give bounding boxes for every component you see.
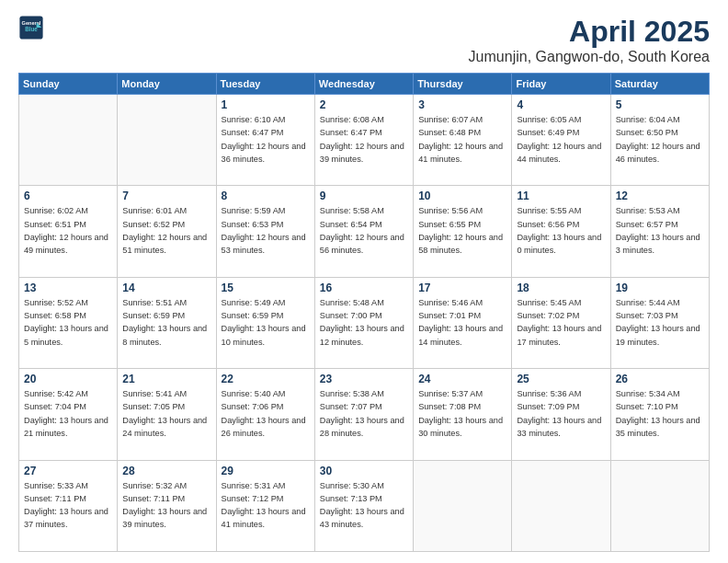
day-number: 13 — [24, 282, 112, 294]
day-info: Sunrise: 5:31 AMSunset: 7:12 PMDaylight:… — [222, 479, 310, 532]
calendar-day-cell — [19, 95, 118, 186]
day-info: Sunrise: 5:32 AMSunset: 7:11 PMDaylight:… — [122, 479, 210, 532]
calendar-day-cell: 20Sunrise: 5:42 AMSunset: 7:04 PMDayligh… — [19, 369, 118, 460]
day-info: Sunrise: 6:01 AMSunset: 6:52 PMDaylight:… — [122, 204, 210, 257]
day-number: 29 — [222, 465, 310, 477]
day-info: Sunrise: 5:42 AMSunset: 7:04 PMDaylight:… — [24, 387, 112, 440]
day-number: 10 — [418, 190, 506, 202]
logo-icon: General Blue — [18, 15, 44, 40]
day-info: Sunrise: 5:36 AMSunset: 7:09 PMDaylight:… — [517, 387, 605, 440]
calendar-day-cell: 9Sunrise: 5:58 AMSunset: 6:54 PMDaylight… — [314, 186, 413, 277]
calendar-day-cell — [414, 460, 512, 551]
weekday-header: Friday — [512, 74, 610, 95]
calendar-week-row: 13Sunrise: 5:52 AMSunset: 6:58 PMDayligh… — [19, 277, 710, 368]
day-number: 22 — [222, 373, 310, 385]
logo: General Blue — [18, 15, 44, 40]
day-number: 24 — [418, 373, 506, 385]
weekday-header: Monday — [118, 74, 216, 95]
day-number: 20 — [24, 373, 112, 385]
day-info: Sunrise: 5:52 AMSunset: 6:58 PMDaylight:… — [24, 296, 112, 349]
calendar-day-cell: 24Sunrise: 5:37 AMSunset: 7:08 PMDayligh… — [414, 369, 512, 460]
day-info: Sunrise: 5:51 AMSunset: 6:59 PMDaylight:… — [122, 296, 210, 349]
day-number: 1 — [222, 98, 310, 111]
calendar-table: SundayMondayTuesdayWednesdayThursdayFrid… — [18, 73, 710, 552]
day-number: 3 — [418, 98, 506, 111]
calendar-day-cell: 16Sunrise: 5:48 AMSunset: 7:00 PMDayligh… — [314, 277, 413, 368]
day-number: 5 — [616, 98, 704, 111]
calendar-day-cell — [610, 460, 709, 551]
calendar-day-cell: 21Sunrise: 5:41 AMSunset: 7:05 PMDayligh… — [118, 369, 216, 460]
day-info: Sunrise: 5:37 AMSunset: 7:08 PMDaylight:… — [418, 387, 506, 440]
weekday-header: Thursday — [414, 74, 512, 95]
day-number: 18 — [517, 282, 605, 294]
day-number: 28 — [122, 465, 210, 477]
calendar-day-cell: 28Sunrise: 5:32 AMSunset: 7:11 PMDayligh… — [118, 460, 216, 551]
day-info: Sunrise: 5:30 AMSunset: 7:13 PMDaylight:… — [320, 479, 408, 532]
day-info: Sunrise: 5:33 AMSunset: 7:11 PMDaylight:… — [24, 479, 112, 532]
day-info: Sunrise: 6:02 AMSunset: 6:51 PMDaylight:… — [24, 204, 112, 257]
day-info: Sunrise: 5:44 AMSunset: 7:03 PMDaylight:… — [616, 296, 704, 349]
calendar-day-cell: 27Sunrise: 5:33 AMSunset: 7:11 PMDayligh… — [19, 460, 118, 551]
day-number: 27 — [24, 465, 112, 477]
day-number: 7 — [122, 190, 210, 202]
calendar-day-cell: 30Sunrise: 5:30 AMSunset: 7:13 PMDayligh… — [314, 460, 413, 551]
day-info: Sunrise: 6:05 AMSunset: 6:49 PMDaylight:… — [517, 113, 605, 166]
page: General Blue April 2025 Jumunjin, Gangwo… — [0, 0, 728, 563]
day-number: 6 — [24, 190, 112, 202]
day-number: 4 — [517, 98, 605, 111]
calendar-day-cell: 29Sunrise: 5:31 AMSunset: 7:12 PMDayligh… — [216, 460, 314, 551]
day-info: Sunrise: 5:59 AMSunset: 6:53 PMDaylight:… — [222, 204, 310, 257]
day-number: 23 — [320, 373, 408, 385]
day-number: 25 — [517, 373, 605, 385]
calendar-day-cell — [118, 95, 216, 186]
calendar-title: April 2025 — [469, 15, 710, 49]
calendar-day-cell: 10Sunrise: 5:56 AMSunset: 6:55 PMDayligh… — [414, 186, 512, 277]
weekday-header: Tuesday — [216, 74, 314, 95]
day-info: Sunrise: 6:10 AMSunset: 6:47 PMDaylight:… — [222, 113, 310, 166]
day-info: Sunrise: 5:48 AMSunset: 7:00 PMDaylight:… — [320, 296, 408, 349]
calendar-day-cell: 23Sunrise: 5:38 AMSunset: 7:07 PMDayligh… — [314, 369, 413, 460]
day-info: Sunrise: 5:55 AMSunset: 6:56 PMDaylight:… — [517, 204, 605, 257]
day-number: 9 — [320, 190, 408, 202]
day-info: Sunrise: 5:41 AMSunset: 7:05 PMDaylight:… — [122, 387, 210, 440]
calendar-day-cell: 13Sunrise: 5:52 AMSunset: 6:58 PMDayligh… — [19, 277, 118, 368]
day-number: 15 — [222, 282, 310, 294]
calendar-day-cell: 26Sunrise: 5:34 AMSunset: 7:10 PMDayligh… — [610, 369, 709, 460]
weekday-header: Saturday — [610, 74, 709, 95]
day-info: Sunrise: 6:07 AMSunset: 6:48 PMDaylight:… — [418, 113, 506, 166]
day-number: 14 — [122, 282, 210, 294]
weekday-row: SundayMondayTuesdayWednesdayThursdayFrid… — [19, 74, 710, 95]
calendar-day-cell: 22Sunrise: 5:40 AMSunset: 7:06 PMDayligh… — [216, 369, 314, 460]
calendar-day-cell: 7Sunrise: 6:01 AMSunset: 6:52 PMDaylight… — [118, 186, 216, 277]
day-info: Sunrise: 6:04 AMSunset: 6:50 PMDaylight:… — [616, 113, 704, 166]
calendar-day-cell: 18Sunrise: 5:45 AMSunset: 7:02 PMDayligh… — [512, 277, 610, 368]
calendar-header: SundayMondayTuesdayWednesdayThursdayFrid… — [19, 74, 710, 95]
day-number: 11 — [517, 190, 605, 202]
calendar-body: 1Sunrise: 6:10 AMSunset: 6:47 PMDaylight… — [19, 95, 710, 552]
day-number: 26 — [616, 373, 704, 385]
calendar-day-cell: 2Sunrise: 6:08 AMSunset: 6:47 PMDaylight… — [314, 95, 413, 186]
calendar-day-cell: 19Sunrise: 5:44 AMSunset: 7:03 PMDayligh… — [610, 277, 709, 368]
weekday-header: Sunday — [19, 74, 118, 95]
calendar-day-cell: 12Sunrise: 5:53 AMSunset: 6:57 PMDayligh… — [610, 186, 709, 277]
day-number: 8 — [222, 190, 310, 202]
day-info: Sunrise: 5:45 AMSunset: 7:02 PMDaylight:… — [517, 296, 605, 349]
calendar-subtitle: Jumunjin, Gangwon-do, South Korea — [469, 49, 710, 65]
day-info: Sunrise: 5:49 AMSunset: 6:59 PMDaylight:… — [222, 296, 310, 349]
day-info: Sunrise: 5:58 AMSunset: 6:54 PMDaylight:… — [320, 204, 408, 257]
day-number: 19 — [616, 282, 704, 294]
calendar-week-row: 1Sunrise: 6:10 AMSunset: 6:47 PMDaylight… — [19, 95, 710, 186]
calendar-week-row: 6Sunrise: 6:02 AMSunset: 6:51 PMDaylight… — [19, 186, 710, 277]
day-number: 2 — [320, 98, 408, 111]
calendar-day-cell: 8Sunrise: 5:59 AMSunset: 6:53 PMDaylight… — [216, 186, 314, 277]
calendar-day-cell: 5Sunrise: 6:04 AMSunset: 6:50 PMDaylight… — [610, 95, 709, 186]
header: General Blue April 2025 Jumunjin, Gangwo… — [18, 15, 710, 65]
day-info: Sunrise: 5:53 AMSunset: 6:57 PMDaylight:… — [616, 204, 704, 257]
calendar-day-cell: 3Sunrise: 6:07 AMSunset: 6:48 PMDaylight… — [414, 95, 512, 186]
day-number: 30 — [320, 465, 408, 477]
day-info: Sunrise: 5:34 AMSunset: 7:10 PMDaylight:… — [616, 387, 704, 440]
svg-text:Blue: Blue — [25, 26, 38, 32]
calendar-day-cell: 4Sunrise: 6:05 AMSunset: 6:49 PMDaylight… — [512, 95, 610, 186]
day-info: Sunrise: 6:08 AMSunset: 6:47 PMDaylight:… — [320, 113, 408, 166]
calendar-week-row: 27Sunrise: 5:33 AMSunset: 7:11 PMDayligh… — [19, 460, 710, 551]
